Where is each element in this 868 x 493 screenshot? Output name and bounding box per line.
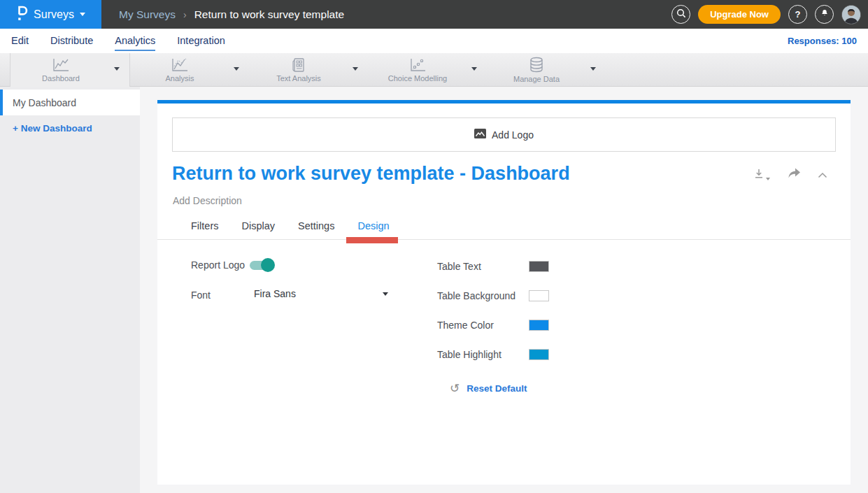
scatter-chart-icon — [408, 57, 427, 73]
questionpro-p-icon — [16, 5, 28, 24]
dashboard-card: Add Logo Return to work survey template … — [157, 100, 851, 485]
reset-default-label: Reset Default — [467, 383, 527, 394]
chevron-down-icon[interactable] — [471, 67, 477, 71]
breadcrumb: My Surveys › Return to work survey templ… — [119, 8, 344, 21]
bell-icon — [820, 8, 830, 20]
theme-color-label: Theme Color — [437, 320, 494, 331]
toolbar-item-text-analysis[interactable]: Text Analysis — [248, 53, 368, 87]
search-icon — [676, 8, 686, 20]
table-background-swatch[interactable] — [529, 290, 549, 301]
collapse-button[interactable] — [818, 169, 827, 181]
toggle-knob — [261, 258, 275, 272]
help-icon: ? — [795, 9, 801, 20]
header-actions: Upgrade Now ? — [671, 0, 861, 29]
survey-nav: Edit Distribute Analytics Integration Re… — [0, 29, 868, 53]
newspaper-icon — [290, 57, 307, 73]
help-button[interactable]: ? — [788, 5, 807, 24]
share-icon — [787, 168, 801, 182]
nav-tab-analytics[interactable]: Analytics — [115, 31, 155, 51]
product-switcher[interactable]: Surveys — [0, 0, 101, 29]
tab-filters[interactable]: Filters — [191, 217, 218, 240]
card-actions — [753, 168, 827, 182]
responses-count: Responses: 100 — [788, 36, 857, 46]
top-header: Surveys My Surveys › Return to work surv… — [0, 0, 868, 29]
toolbar-label: Dashboard — [42, 74, 80, 83]
toolbar-item-manage-data[interactable]: Manage Data — [485, 53, 606, 87]
font-dropdown[interactable]: Fira Sans — [254, 288, 388, 299]
sidebar-item-my-dashboard[interactable]: My Dashboard — [0, 90, 140, 115]
theme-color-swatch[interactable] — [529, 320, 549, 331]
toolbar-label: Manage Data — [513, 75, 560, 83]
search-button[interactable] — [671, 5, 690, 24]
nav-tab-integration[interactable]: Integration — [177, 31, 225, 51]
chevron-down-icon — [383, 292, 388, 296]
font-label: Font — [191, 290, 211, 301]
image-icon — [474, 129, 486, 141]
breadcrumb-my-surveys[interactable]: My Surveys — [119, 8, 176, 21]
table-text-swatch[interactable] — [529, 261, 549, 272]
breadcrumb-separator: › — [183, 9, 187, 20]
nav-tab-distribute[interactable]: Distribute — [50, 31, 93, 51]
upgrade-now-button[interactable]: Upgrade Now — [698, 5, 781, 24]
product-label: Surveys — [34, 8, 74, 21]
chevron-down-icon — [766, 178, 770, 180]
avatar[interactable] — [841, 5, 861, 24]
add-logo-label: Add Logo — [492, 129, 534, 141]
table-highlight-label: Table Highlight — [437, 349, 501, 360]
analytics-toolbar: Dashboard Analysis Text Analysis — [0, 53, 868, 87]
add-logo-dropzone[interactable]: Add Logo — [172, 117, 836, 152]
report-logo-label: Report Logo — [191, 259, 245, 271]
settings-tabs: Filters Display Settings Design — [157, 217, 851, 240]
chevron-down-icon[interactable] — [234, 67, 239, 71]
toolbar-item-dashboard[interactable]: Dashboard — [10, 53, 130, 87]
toolbar-label: Text Analysis — [276, 74, 321, 83]
tab-display[interactable]: Display — [241, 217, 275, 240]
reset-icon: ↺ — [450, 383, 460, 394]
toolbar-label: Choice Modelling — [388, 74, 447, 83]
reset-default-button[interactable]: ↺ Reset Default — [450, 383, 527, 394]
table-text-label: Table Text — [437, 261, 481, 272]
survey-nav-items: Edit Distribute Analytics Integration — [0, 31, 225, 51]
dashboard-title: Return to work survey template - Dashboa… — [172, 163, 570, 185]
breadcrumb-current-survey: Return to work survey template — [194, 8, 345, 21]
analysis-chart-icon — [170, 57, 190, 73]
database-icon — [527, 57, 546, 73]
nav-tab-edit[interactable]: Edit — [11, 31, 29, 51]
dashboard-sidebar: My Dashboard + New Dashboard — [0, 87, 140, 493]
page: Surveys My Surveys › Return to work surv… — [0, 0, 868, 493]
chevron-down-icon[interactable] — [590, 67, 596, 71]
design-tab-annotation — [346, 237, 398, 243]
new-dashboard-button[interactable]: + New Dashboard — [13, 123, 92, 134]
chevron-down-icon[interactable] — [353, 67, 358, 71]
chevron-up-icon — [818, 169, 827, 181]
chevron-down-icon[interactable] — [114, 67, 120, 71]
table-background-label: Table Background — [437, 290, 515, 301]
tab-settings[interactable]: Settings — [298, 217, 334, 240]
chevron-down-icon — [80, 13, 85, 16]
toolbar-item-choice-modelling[interactable]: Choice Modelling — [367, 53, 487, 87]
notifications-button[interactable] — [815, 5, 834, 24]
toolbar-label: Analysis — [166, 74, 194, 83]
toolbar-item-analysis[interactable]: Analysis — [129, 53, 249, 87]
table-highlight-swatch[interactable] — [529, 349, 549, 360]
share-button[interactable] — [787, 168, 801, 182]
font-value: Fira Sans — [254, 288, 296, 299]
download-button[interactable] — [753, 168, 770, 182]
line-chart-icon — [51, 57, 71, 73]
download-icon — [753, 168, 764, 182]
sidebar-item-label: My Dashboard — [13, 97, 76, 108]
add-description-field[interactable]: Add Description — [173, 195, 242, 206]
report-logo-toggle[interactable] — [248, 258, 275, 272]
